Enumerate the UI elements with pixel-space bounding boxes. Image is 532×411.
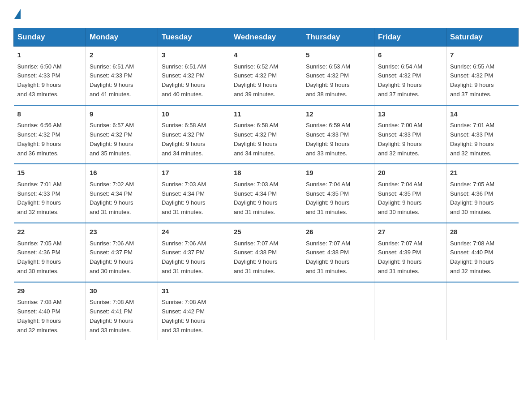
calendar-cell: 3Sunrise: 6:51 AMSunset: 4:32 PMDaylight… — [158, 47, 230, 105]
day-info: Sunrise: 7:08 AMSunset: 4:40 PMDaylight:… — [17, 298, 82, 335]
day-number: 26 — [306, 227, 370, 237]
day-info: Sunrise: 7:03 AMSunset: 4:34 PMDaylight:… — [234, 180, 298, 217]
calendar-cell: 10Sunrise: 6:58 AMSunset: 4:32 PMDayligh… — [158, 105, 230, 164]
day-number: 13 — [378, 109, 442, 120]
day-number: 30 — [90, 286, 154, 296]
header-row: SundayMondayTuesdayWednesdayThursdayFrid… — [14, 28, 519, 47]
calendar-cell: 1Sunrise: 6:50 AMSunset: 4:33 PMDaylight… — [14, 47, 86, 105]
day-number: 11 — [234, 109, 298, 120]
calendar-cell: 27Sunrise: 7:07 AMSunset: 4:39 PMDayligh… — [374, 223, 446, 282]
day-info: Sunrise: 7:04 AMSunset: 4:35 PMDaylight:… — [306, 180, 370, 217]
day-info: Sunrise: 7:05 AMSunset: 4:36 PMDaylight:… — [17, 239, 82, 276]
day-info: Sunrise: 6:51 AMSunset: 4:33 PMDaylight:… — [90, 62, 154, 99]
day-info: Sunrise: 6:52 AMSunset: 4:32 PMDaylight:… — [234, 62, 298, 99]
calendar-cell: 15Sunrise: 7:01 AMSunset: 4:33 PMDayligh… — [14, 164, 86, 223]
calendar-cell: 12Sunrise: 6:59 AMSunset: 4:33 PMDayligh… — [302, 105, 374, 164]
day-number: 16 — [90, 168, 154, 178]
day-info: Sunrise: 7:08 AMSunset: 4:40 PMDaylight:… — [450, 239, 515, 276]
calendar-cell: 8Sunrise: 6:56 AMSunset: 4:32 PMDaylight… — [14, 105, 86, 164]
day-info: Sunrise: 7:06 AMSunset: 4:37 PMDaylight:… — [90, 239, 154, 276]
day-number: 17 — [162, 168, 226, 178]
day-number: 23 — [90, 227, 154, 237]
day-info: Sunrise: 7:02 AMSunset: 4:34 PMDaylight:… — [90, 180, 154, 217]
calendar-cell: 14Sunrise: 7:01 AMSunset: 4:33 PMDayligh… — [446, 105, 519, 164]
day-number: 3 — [162, 50, 226, 60]
week-row-4: 22Sunrise: 7:05 AMSunset: 4:36 PMDayligh… — [14, 223, 519, 282]
day-number: 24 — [162, 227, 226, 237]
day-info: Sunrise: 6:53 AMSunset: 4:32 PMDaylight:… — [306, 62, 370, 99]
calendar-cell: 23Sunrise: 7:06 AMSunset: 4:37 PMDayligh… — [86, 223, 158, 282]
day-number: 20 — [378, 168, 442, 178]
header-day-friday: Friday — [374, 28, 446, 47]
calendar-cell: 25Sunrise: 7:07 AMSunset: 4:38 PMDayligh… — [230, 223, 302, 282]
week-row-5: 29Sunrise: 7:08 AMSunset: 4:40 PMDayligh… — [14, 282, 519, 341]
week-row-3: 15Sunrise: 7:01 AMSunset: 4:33 PMDayligh… — [14, 164, 519, 223]
day-info: Sunrise: 7:04 AMSunset: 4:35 PMDaylight:… — [378, 180, 442, 217]
day-number: 29 — [17, 286, 82, 296]
calendar-cell: 21Sunrise: 7:05 AMSunset: 4:36 PMDayligh… — [446, 164, 519, 223]
header-day-wednesday: Wednesday — [230, 28, 302, 47]
calendar-cell — [230, 282, 302, 341]
day-number: 8 — [17, 109, 82, 120]
calendar-header: SundayMondayTuesdayWednesdayThursdayFrid… — [14, 28, 519, 47]
calendar-cell: 2Sunrise: 6:51 AMSunset: 4:33 PMDaylight… — [86, 47, 158, 105]
day-number: 10 — [162, 109, 226, 120]
day-info: Sunrise: 7:03 AMSunset: 4:34 PMDaylight:… — [162, 180, 226, 217]
calendar-body: 1Sunrise: 6:50 AMSunset: 4:33 PMDaylight… — [14, 47, 519, 341]
day-info: Sunrise: 7:05 AMSunset: 4:36 PMDaylight:… — [450, 180, 515, 217]
calendar-cell: 26Sunrise: 7:07 AMSunset: 4:38 PMDayligh… — [302, 223, 374, 282]
day-info: Sunrise: 6:58 AMSunset: 4:32 PMDaylight:… — [234, 121, 298, 158]
calendar-cell: 5Sunrise: 6:53 AMSunset: 4:32 PMDaylight… — [302, 47, 374, 105]
day-number: 1 — [17, 50, 82, 60]
day-info: Sunrise: 7:01 AMSunset: 4:33 PMDaylight:… — [450, 121, 515, 158]
day-info: Sunrise: 6:55 AMSunset: 4:32 PMDaylight:… — [450, 62, 515, 99]
calendar-cell — [374, 282, 446, 341]
calendar-cell: 13Sunrise: 7:00 AMSunset: 4:33 PMDayligh… — [374, 105, 446, 164]
calendar-cell: 31Sunrise: 7:08 AMSunset: 4:42 PMDayligh… — [158, 282, 230, 341]
calendar-cell: 29Sunrise: 7:08 AMSunset: 4:40 PMDayligh… — [14, 282, 86, 341]
calendar-cell: 20Sunrise: 7:04 AMSunset: 4:35 PMDayligh… — [374, 164, 446, 223]
calendar-cell — [446, 282, 519, 341]
logo-triangle-icon — [14, 9, 21, 19]
day-info: Sunrise: 7:07 AMSunset: 4:39 PMDaylight:… — [378, 239, 442, 276]
day-info: Sunrise: 6:50 AMSunset: 4:33 PMDaylight:… — [17, 62, 82, 99]
week-row-2: 8Sunrise: 6:56 AMSunset: 4:32 PMDaylight… — [14, 105, 519, 164]
header-day-monday: Monday — [86, 28, 158, 47]
day-number: 27 — [378, 227, 442, 237]
day-number: 31 — [162, 286, 226, 296]
calendar-cell: 4Sunrise: 6:52 AMSunset: 4:32 PMDaylight… — [230, 47, 302, 105]
logo — [13, 9, 21, 19]
calendar-cell: 19Sunrise: 7:04 AMSunset: 4:35 PMDayligh… — [302, 164, 374, 223]
day-number: 28 — [450, 227, 515, 237]
header-day-saturday: Saturday — [446, 28, 519, 47]
week-row-1: 1Sunrise: 6:50 AMSunset: 4:33 PMDaylight… — [14, 47, 519, 105]
day-info: Sunrise: 6:58 AMSunset: 4:32 PMDaylight:… — [162, 121, 226, 158]
calendar-cell: 30Sunrise: 7:08 AMSunset: 4:41 PMDayligh… — [86, 282, 158, 341]
day-number: 7 — [450, 50, 515, 60]
calendar-cell: 18Sunrise: 7:03 AMSunset: 4:34 PMDayligh… — [230, 164, 302, 223]
day-info: Sunrise: 6:57 AMSunset: 4:32 PMDaylight:… — [90, 121, 154, 158]
calendar-table: SundayMondayTuesdayWednesdayThursdayFrid… — [13, 28, 519, 340]
calendar-cell: 17Sunrise: 7:03 AMSunset: 4:34 PMDayligh… — [158, 164, 230, 223]
day-number: 14 — [450, 109, 515, 120]
day-info: Sunrise: 6:54 AMSunset: 4:32 PMDaylight:… — [378, 62, 442, 99]
day-number: 9 — [90, 109, 154, 120]
day-number: 12 — [306, 109, 370, 120]
day-number: 2 — [90, 50, 154, 60]
day-number: 5 — [306, 50, 370, 60]
calendar-cell: 28Sunrise: 7:08 AMSunset: 4:40 PMDayligh… — [446, 223, 519, 282]
day-number: 25 — [234, 227, 298, 237]
day-number: 15 — [17, 168, 82, 178]
day-info: Sunrise: 7:07 AMSunset: 4:38 PMDaylight:… — [306, 239, 370, 276]
calendar-cell: 9Sunrise: 6:57 AMSunset: 4:32 PMDaylight… — [86, 105, 158, 164]
header-day-tuesday: Tuesday — [158, 28, 230, 47]
calendar-cell: 16Sunrise: 7:02 AMSunset: 4:34 PMDayligh… — [86, 164, 158, 223]
calendar-cell: 7Sunrise: 6:55 AMSunset: 4:32 PMDaylight… — [446, 47, 519, 105]
day-info: Sunrise: 7:08 AMSunset: 4:42 PMDaylight:… — [162, 298, 226, 335]
day-number: 19 — [306, 168, 370, 178]
day-number: 4 — [234, 50, 298, 60]
header-day-sunday: Sunday — [14, 28, 86, 47]
day-number: 6 — [378, 50, 442, 60]
day-info: Sunrise: 6:56 AMSunset: 4:32 PMDaylight:… — [17, 121, 82, 158]
day-info: Sunrise: 7:08 AMSunset: 4:41 PMDaylight:… — [90, 298, 154, 335]
